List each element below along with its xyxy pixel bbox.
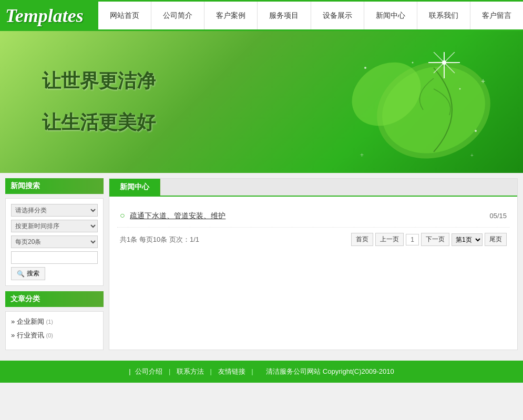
news-item: ○ 疏通下水道、管道安装、维护 05/15	[117, 204, 509, 228]
banner-line2: 让生活更美好	[42, 110, 156, 136]
news-search-box: 请选择分类 按更新时间排序 每页20条 🔍 搜索	[5, 198, 104, 286]
current-page-num: 1	[406, 234, 419, 245]
page-buttons: 首页 上一页 1 下一页 第1页 尾页	[351, 233, 507, 246]
pagination-info: 共1条 每页10条 页次：1/1	[120, 235, 199, 244]
content-header: 新闻中心	[109, 179, 517, 197]
bullet: »	[11, 317, 17, 325]
nav-item-message[interactable]: 客户留言	[470, 2, 523, 29]
main-content: 新闻搜索 请选择分类 按更新时间排序 每页20条 🔍 搜索 文章分类 » 企业新…	[0, 173, 523, 355]
search-icon: 🔍	[17, 270, 25, 278]
footer-sep1: |	[129, 367, 130, 375]
svg-text:+: +	[360, 151, 364, 159]
nav-item-home[interactable]: 网站首页	[98, 2, 151, 29]
first-page-btn[interactable]: 首页	[351, 233, 373, 246]
article-section: 文章分类 » 企业新闻 (1)» 行业资讯 (0)	[5, 291, 104, 350]
logo: Templates	[0, 5, 98, 27]
banner-line1: 让世界更洁净	[42, 68, 156, 94]
nav-item-news[interactable]: 新闻中心	[364, 2, 417, 29]
nav-item-about[interactable]: 公司简介	[151, 2, 204, 29]
nav-item-cases[interactable]: 客户案例	[204, 2, 258, 29]
news-list: ○ 疏通下水道、管道安装、维护 05/15	[117, 204, 509, 228]
footer: | 公司介绍 | 联系方法 | 友情链接 | 清洁服务公司网站 Copyrigh…	[0, 361, 523, 383]
svg-point-10	[459, 88, 461, 90]
category-select[interactable]: 请选择分类	[11, 204, 98, 217]
last-page-btn[interactable]: 尾页	[485, 233, 507, 246]
news-title-link[interactable]: 疏通下水道、管道安装、维护	[130, 211, 225, 220]
nav-item-contact[interactable]: 联系我们	[417, 2, 470, 29]
svg-point-8	[364, 67, 366, 69]
news-item-left: ○ 疏通下水道、管道安装、维护	[120, 211, 225, 221]
article-count: (1)	[46, 319, 53, 325]
leaf-decoration: + + +	[339, 52, 497, 168]
footer-link-contact[interactable]: 联系方法	[177, 367, 204, 375]
news-search-title: 新闻搜索	[5, 178, 104, 194]
bullet: »	[11, 331, 17, 339]
svg-text:+: +	[481, 77, 485, 85]
svg-point-11	[412, 62, 414, 64]
content-area: 新闻中心 ○ 疏通下水道、管道安装、维护 05/15 共1条 每页10条 页次：…	[109, 178, 518, 350]
list-item: » 企业新闻 (1)	[11, 317, 98, 326]
news-date: 05/15	[489, 212, 507, 220]
search-input[interactable]	[11, 251, 98, 264]
search-btn-label: 搜索	[27, 269, 39, 278]
nav-item-services[interactable]: 服务项目	[258, 2, 311, 29]
news-center-tab[interactable]: 新闻中心	[109, 179, 160, 196]
article-count: (0)	[46, 332, 53, 339]
footer-link-friends[interactable]: 友情链接	[218, 367, 245, 375]
main-nav: 网站首页公司简介客户案例服务项目设备展示新闻中心联系我们客户留言	[98, 0, 523, 31]
search-button[interactable]: 🔍 搜索	[11, 267, 45, 280]
banner-text: 让世界更洁净 让生活更美好	[0, 68, 156, 136]
svg-point-9	[475, 130, 477, 132]
svg-text:+: +	[470, 152, 474, 158]
content-body: ○ 疏通下水道、管道安装、维护 05/15 共1条 每页10条 页次：1/1 首…	[109, 197, 517, 259]
list-item: » 行业资讯 (0)	[11, 331, 98, 340]
article-section-title: 文章分类	[5, 291, 104, 307]
banner: 让世界更洁净 让生活更美好 + + +	[0, 31, 523, 173]
pagesize-select[interactable]: 每页20条	[11, 235, 98, 248]
nav-item-equipment[interactable]: 设备展示	[311, 2, 364, 29]
logo-text: Templates	[5, 5, 84, 26]
article-link[interactable]: 企业新闻	[17, 317, 44, 325]
footer-copyright: 清洁服务公司网站 Copyright(C)2009-2010	[266, 367, 394, 375]
prev-page-btn[interactable]: 上一页	[375, 233, 404, 246]
article-list: » 企业新闻 (1)» 行业资讯 (0)	[5, 311, 104, 350]
svg-point-7	[442, 60, 446, 65]
page-select[interactable]: 第1页	[452, 233, 483, 246]
sidebar: 新闻搜索 请选择分类 按更新时间排序 每页20条 🔍 搜索 文章分类 » 企业新…	[5, 178, 104, 350]
news-bullet: ○	[120, 211, 125, 220]
article-link[interactable]: 行业资讯	[17, 331, 44, 339]
pagination: 共1条 每页10条 页次：1/1 首页 上一页 1 下一页 第1页 尾页	[117, 228, 509, 251]
next-page-btn[interactable]: 下一页	[421, 233, 449, 246]
footer-link-about[interactable]: 公司介绍	[135, 367, 162, 375]
sort-select[interactable]: 按更新时间排序	[11, 220, 98, 232]
